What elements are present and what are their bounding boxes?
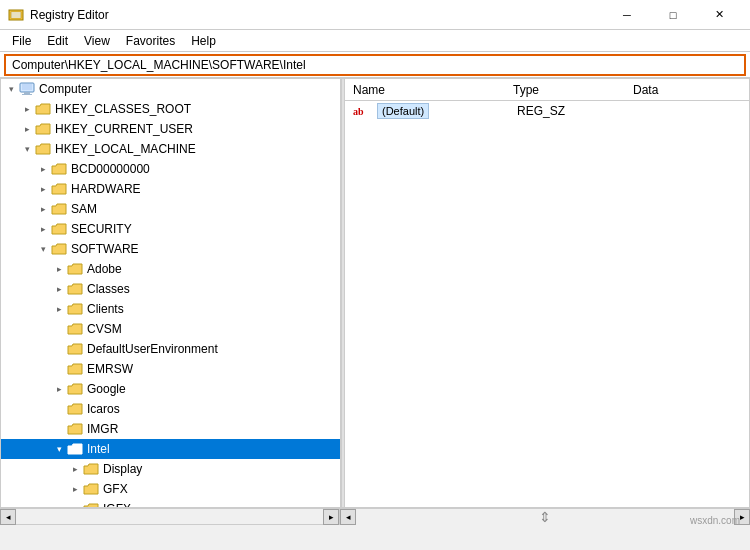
svg-marker-14 [52,224,66,234]
tree-item-emrsw[interactable]: EMRSW [1,359,340,379]
scroll-track-right[interactable]: ⇕ [356,509,734,525]
tree-label-icaros: Icaros [87,402,120,416]
scroll-left-button[interactable]: ◂ [0,509,16,525]
tree-item-cvsm[interactable]: CVSM [1,319,340,339]
tree-item-computer[interactable]: Computer [1,79,340,99]
folder-icon-icaros [67,402,83,416]
horizontal-scrollbar[interactable]: ◂ ▸ ◂ ⇕ ▸ [0,508,750,524]
default-value-badge: (Default) [377,103,429,119]
folder-icon-sam [51,202,67,216]
tree-label-sam: SAM [71,202,97,216]
tree-item-software[interactable]: SOFTWARE [1,239,340,259]
tree-label-hardware: HARDWARE [71,182,141,196]
folder-icon-display [83,462,99,476]
svg-marker-17 [68,284,82,294]
minimize-button[interactable]: ─ [604,0,650,30]
expander-clients[interactable] [51,301,67,317]
tree-item-intel[interactable]: Intel [1,439,340,459]
window-title: Registry Editor [30,8,604,22]
folder-icon-hardware [51,182,67,196]
tree-item-security[interactable]: SECURITY [1,219,340,239]
tree-label-hkcu: HKEY_CURRENT_USER [55,122,193,136]
expander-sam[interactable] [35,201,51,217]
tree-label-computer: Computer [39,82,92,96]
tree-item-adobe[interactable]: Adobe [1,259,340,279]
app-icon [8,7,24,23]
menu-file[interactable]: File [4,32,39,50]
svg-rect-1 [11,12,21,18]
expander-hardware[interactable] [35,181,51,197]
svg-marker-20 [68,344,82,354]
maximize-button[interactable]: □ [650,0,696,30]
svg-marker-16 [68,264,82,274]
svg-marker-24 [68,424,82,434]
cursor-indicator: ⇕ [539,509,551,525]
tree-item-hkcr[interactable]: HKEY_CLASSES_ROOT [1,99,340,119]
menu-edit[interactable]: Edit [39,32,76,50]
tree-label-google: Google [87,382,126,396]
expander-hkcu[interactable] [19,121,35,137]
tree-item-gfx[interactable]: GFX [1,479,340,499]
svg-marker-13 [52,204,66,214]
watermark: wsxdn.com [690,515,740,526]
expander-intel[interactable] [51,441,67,457]
menu-view[interactable]: View [76,32,118,50]
folder-icon-classes [67,282,83,296]
tree-label-defaultuserenv: DefaultUserEnvironment [87,342,218,356]
svg-marker-27 [84,484,98,494]
expander-computer[interactable] [3,81,19,97]
tree-item-classes[interactable]: Classes [1,279,340,299]
expander-adobe[interactable] [51,261,67,277]
folder-icon-security [51,222,67,236]
expander-google[interactable] [51,381,67,397]
tree-item-imgr[interactable]: IMGR [1,419,340,439]
expander-hklm[interactable] [19,141,35,157]
folder-icon-hkcr [35,102,51,116]
tree-label-cvsm: CVSM [87,322,122,336]
menu-favorites[interactable]: Favorites [118,32,183,50]
folder-icon-defaultuserenv [67,342,83,356]
tree-item-bcd[interactable]: BCD00000000 [1,159,340,179]
expander-hkcr[interactable] [19,101,35,117]
expander-classes[interactable] [51,281,67,297]
tree-item-hkcu[interactable]: HKEY_CURRENT_USER [1,119,340,139]
tree-item-icaros[interactable]: Icaros [1,399,340,419]
svg-marker-8 [36,104,50,114]
expander-gfx[interactable] [67,481,83,497]
tree-item-hardware[interactable]: HARDWARE [1,179,340,199]
col-header-type: Type [513,83,633,97]
expander-igfx[interactable] [67,501,83,507]
tree-item-defaultuserenv[interactable]: DefaultUserEnvironment [1,339,340,359]
scroll-right-button[interactable]: ▸ [323,509,339,525]
expander-bcd[interactable] [35,161,51,177]
svg-marker-28 [84,504,98,507]
address-input[interactable] [4,54,746,76]
expander-security[interactable] [35,221,51,237]
tree-item-igfx[interactable]: IGFX [1,499,340,507]
tree-item-clients[interactable]: Clients [1,299,340,319]
svg-marker-11 [52,164,66,174]
expander-display[interactable] [67,461,83,477]
tree-item-sam[interactable]: SAM [1,199,340,219]
tree-label-classes: Classes [87,282,130,296]
col-header-data: Data [633,83,741,97]
svg-rect-6 [24,92,30,94]
registry-row-default[interactable]: ab (Default) REG_SZ [345,101,749,121]
tree-item-hklm[interactable]: HKEY_LOCAL_MACHINE [1,139,340,159]
tree-item-google[interactable]: Google [1,379,340,399]
tree-label-gfx: GFX [103,482,128,496]
expander-software[interactable] [35,241,51,257]
tree-label-hkcr: HKEY_CLASSES_ROOT [55,102,191,116]
svg-marker-15 [52,244,66,254]
folder-icon-google [67,382,83,396]
tree-label-clients: Clients [87,302,124,316]
tree-label-hklm: HKEY_LOCAL_MACHINE [55,142,196,156]
tree-item-display[interactable]: Display [1,459,340,479]
menu-help[interactable]: Help [183,32,224,50]
tree-pane[interactable]: Computer HKEY_CLASSES_ROOT HKEY_CURRENT_… [1,79,341,507]
close-button[interactable]: ✕ [696,0,742,30]
tree-label-security: SECURITY [71,222,132,236]
scroll-left-button-right[interactable]: ◂ [340,509,356,525]
folder-icon-hklm [35,142,51,156]
folder-icon-emrsw [67,362,83,376]
